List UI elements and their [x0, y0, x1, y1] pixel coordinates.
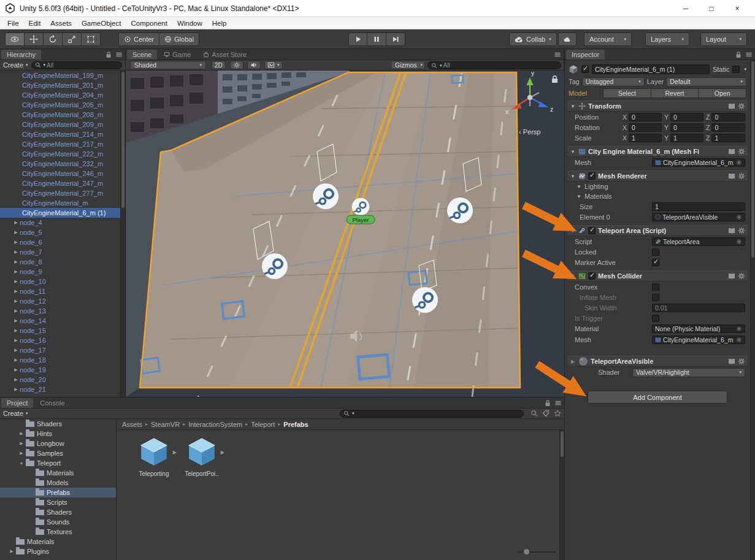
help-book-icon[interactable] — [728, 102, 735, 110]
asset-scrollbar[interactable] — [559, 430, 564, 560]
play-button[interactable] — [348, 33, 367, 46]
panel-menu-icon[interactable] — [115, 51, 123, 58]
hierarchy-scrollbar[interactable] — [120, 71, 125, 397]
expand-arrow-icon[interactable]: ▶ — [12, 387, 20, 392]
project-search-input[interactable]: ▾ — [340, 410, 524, 418]
help-book-icon[interactable] — [728, 148, 735, 155]
menu-item[interactable]: File — [2, 20, 24, 27]
foldout-icon[interactable]: ▼ — [570, 149, 576, 155]
folder-row[interactable]: ▶ Hints — [0, 429, 116, 439]
expand-arrow-icon[interactable]: ▶ — [12, 279, 20, 284]
tab-asset-store[interactable]: Asset Store — [197, 50, 252, 59]
hierarchy-item[interactable]: ▶ node_11 — [0, 286, 121, 296]
expand-arrow-icon[interactable]: ▶ — [12, 338, 20, 343]
help-book-icon[interactable] — [728, 272, 735, 280]
tag-dropdown[interactable]: Untagged▾ — [582, 77, 645, 86]
gear-icon[interactable] — [738, 358, 745, 365]
hierarchy-item[interactable]: ▶ node_17 — [0, 345, 121, 355]
tab-scene[interactable]: Scene — [127, 50, 157, 59]
physic-material-field[interactable]: None (Physic Material) — [652, 324, 745, 333]
tab-console[interactable]: Console — [34, 398, 70, 408]
expand-arrow-icon[interactable]: ▶ — [12, 328, 20, 333]
breadcrumb-item[interactable]: InteractionSystem ▸ — [188, 421, 251, 428]
object-picker-icon[interactable] — [736, 159, 742, 166]
hierarchy-item[interactable]: ▶ CityEngineMaterial_247_m — [0, 178, 121, 188]
hierarchy-item[interactable]: ▶ node_6 — [0, 237, 121, 247]
hierarchy-item[interactable]: ▶ CityEngineMaterial_208_m — [0, 110, 121, 120]
maximize-button[interactable]: □ — [699, 4, 724, 13]
expand-arrow-icon[interactable]: ▶ — [12, 299, 20, 304]
shading-mode-dropdown[interactable]: Shaded▾ — [130, 61, 206, 69]
hierarchy-item[interactable]: ▶ CityEngineMaterial_199_m — [0, 71, 121, 80]
hierarchy-item[interactable]: ▶ CityEngineMaterial_246_m — [0, 169, 121, 178]
object-picker-icon[interactable] — [736, 214, 742, 220]
hierarchy-item[interactable]: ▶ CityEngineMaterial_6_m (1) — [0, 208, 121, 218]
prefab-expand-arrow-icon[interactable]: ▶ — [173, 450, 177, 455]
persp-label[interactable]: ‹ Persp — [519, 128, 540, 136]
expand-arrow-icon[interactable]: ▶ — [18, 451, 25, 456]
material-header[interactable]: ▶ TeleportAreaVisible — [567, 356, 748, 367]
folder-row[interactable]: ▶ Samples — [0, 448, 116, 458]
folder-row[interactable]: Shaders — [0, 507, 116, 517]
scene-viewport[interactable]: Player y x z ‹ Persp — [126, 71, 564, 397]
shader-dropdown[interactable]: Valve/VR/Highlight▾ — [632, 368, 745, 377]
mesh-object-field[interactable]: CityEngineMaterial_6_m — [652, 158, 745, 167]
expand-arrow-icon[interactable]: ▶ — [12, 250, 20, 255]
folder-row[interactable]: Scripts — [0, 497, 116, 507]
object-picker-icon[interactable] — [736, 337, 742, 343]
layer-dropdown[interactable]: Default▾ — [666, 77, 746, 86]
folder-row[interactable]: Shaders — [0, 419, 116, 429]
label-tag-icon[interactable] — [542, 410, 550, 417]
folder-row[interactable]: Textures — [0, 527, 116, 537]
expand-arrow-icon[interactable]: ▶ — [12, 377, 20, 382]
folder-row[interactable]: Sounds — [0, 517, 116, 527]
tab-game[interactable]: Game — [158, 50, 196, 59]
position-z-field[interactable]: 0 — [711, 113, 745, 121]
gear-icon[interactable] — [738, 148, 745, 155]
hierarchy-item[interactable]: ▶ CityEngineMaterial_222_m — [0, 149, 121, 159]
element0-object-field[interactable]: TeleportAreaVisible — [652, 213, 745, 221]
pause-button[interactable] — [367, 33, 386, 46]
axis-x-label[interactable]: x — [505, 109, 508, 115]
effects-toggle[interactable]: ▾ — [264, 61, 283, 69]
folder-row[interactable]: ▼ Teleport — [0, 458, 116, 468]
hierarchy-item[interactable]: ▶ node_20 — [0, 375, 121, 385]
hierarchy-item[interactable]: ▶ CityEngineMaterial_232_m — [0, 159, 121, 169]
materials-foldout[interactable]: Materials — [584, 193, 612, 200]
hierarchy-item[interactable]: ▶ node_9 — [0, 267, 121, 277]
scale-x-field[interactable]: 1 — [629, 134, 662, 142]
expand-arrow-icon[interactable]: ▶ — [12, 240, 20, 245]
lighting-toggle[interactable] — [230, 61, 243, 69]
foldout-icon[interactable]: ▼ — [576, 194, 582, 199]
transform-header[interactable]: ▼ Transform — [567, 101, 748, 112]
active-checkbox[interactable] — [581, 66, 589, 73]
panel-menu-icon[interactable] — [745, 51, 753, 58]
rect-tool-button[interactable] — [82, 33, 101, 46]
favorites-star-icon[interactable] — [554, 410, 561, 417]
hierarchy-item[interactable]: ▶ node_14 — [0, 316, 121, 326]
axis-y-label[interactable]: y — [531, 71, 534, 77]
add-component-button[interactable]: Add Component — [588, 391, 727, 404]
step-button[interactable] — [386, 33, 405, 46]
panel-menu-icon[interactable] — [554, 51, 561, 58]
hierarchy-item[interactable]: ▶ CityEngineMaterial_204_m — [0, 90, 121, 100]
axis-z-label[interactable]: z — [550, 106, 553, 113]
expand-arrow-icon[interactable]: ▶ — [12, 358, 20, 362]
menu-item[interactable]: Window — [172, 20, 207, 27]
tab-project[interactable]: Project — [1, 398, 33, 408]
breadcrumb-item[interactable]: SteamVR ▸ — [151, 421, 188, 428]
hierarchy-item[interactable]: ▶ CityEngineMaterial_214_m — [0, 129, 121, 139]
mesh-filter-header[interactable]: ▼ City Engine Material_6_m (Mesh Fi — [567, 146, 748, 157]
menu-item[interactable]: Help — [207, 20, 232, 27]
hierarchy-create-button[interactable]: Create▾ — [3, 61, 28, 69]
hierarchy-item[interactable]: ▶ node_19 — [0, 365, 121, 375]
hand-tool-button[interactable] — [5, 33, 25, 46]
expand-arrow-icon[interactable]: ▶ — [12, 289, 20, 294]
lock-icon[interactable] — [735, 51, 742, 58]
expand-arrow-icon[interactable]: ▶ — [18, 431, 25, 436]
hierarchy-item[interactable]: ▶ CityEngineMaterial_201_m — [0, 80, 121, 90]
scale-y-field[interactable]: 1 — [670, 134, 703, 142]
rotate-tool-button[interactable] — [44, 33, 63, 46]
expand-arrow-icon[interactable]: ▶ — [18, 441, 25, 446]
locked-checkbox[interactable] — [652, 248, 659, 256]
